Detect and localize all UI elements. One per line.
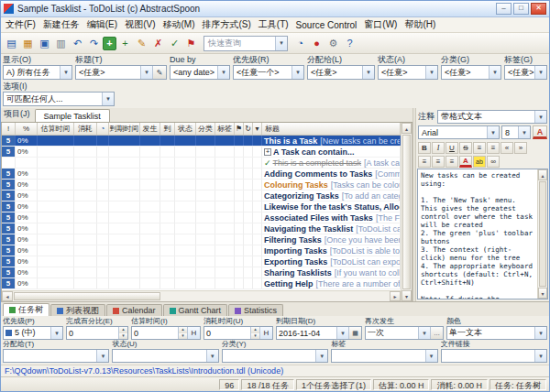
task-row[interactable]: 5 0% <box>2 267 401 278</box>
checkbox-icon[interactable]: ✓ <box>264 158 271 168</box>
maximize-button[interactable] <box>513 3 529 15</box>
menu-item[interactable]: 窗口(W) <box>360 17 401 32</box>
percent-done-stepper[interactable]: 0 <box>66 326 128 340</box>
spinner-icon[interactable] <box>118 327 127 339</box>
italic-button[interactable]: I <box>432 142 445 154</box>
save-icon[interactable]: ▣ <box>37 36 52 51</box>
status-combo[interactable] <box>112 349 218 363</box>
filter-combo[interactable]: <任意> <box>307 65 375 80</box>
filter-combo[interactable]: <任意> <box>441 65 501 80</box>
col-recurring[interactable]: ↻ <box>244 123 253 135</box>
scroll-right-icon[interactable] <box>390 291 401 301</box>
filter-combo[interactable]: <任意> <box>75 65 167 80</box>
col-status[interactable]: 状态 <box>175 123 196 135</box>
print-icon[interactable]: ▥ <box>53 36 69 51</box>
tab-statistics[interactable]: Statistics <box>228 304 283 316</box>
file-path-link[interactable]: F:\QQdown\ToDoList-v7.0.13\Resources\Tas… <box>5 366 283 376</box>
task-row[interactable]: 5 0% <box>2 169 401 180</box>
due-date-picker[interactable]: 2016-11-04 <box>276 326 362 340</box>
task-row[interactable]: 5 0% <box>2 234 401 245</box>
task-row[interactable]: 5 0% <box>2 223 401 234</box>
spent-time-stepper[interactable]: 0 H <box>204 326 273 340</box>
col-sort[interactable]: ▾ <box>253 123 262 135</box>
indent-button[interactable]: » <box>514 142 527 154</box>
spinner-icon[interactable] <box>178 327 187 339</box>
numbered-list-button[interactable]: ≡ <box>487 142 500 154</box>
edit-task-icon[interactable]: ✎ <box>134 36 149 51</box>
est-time-unit[interactable]: H <box>187 327 200 339</box>
tab-list-view[interactable]: 列表视图 <box>50 304 105 316</box>
underline-button[interactable]: U <box>446 142 458 154</box>
tab-calendar[interactable]: Calendar <box>106 304 162 316</box>
col-priority[interactable]: ! <box>2 123 16 135</box>
new-subtask-icon[interactable]: + <box>117 36 133 51</box>
bullet-list-button[interactable]: ≡ <box>473 142 486 154</box>
col-tag[interactable]: 标签 <box>215 123 235 135</box>
menu-item[interactable]: 新建任务 <box>39 17 83 32</box>
tab-gantt-chart[interactable]: Gantt Chart <box>163 304 228 316</box>
menu-item[interactable]: 文件(F) <box>2 17 39 32</box>
col-est-time[interactable]: 估算时间 <box>38 123 74 135</box>
menu-item[interactable]: 工具(T) <box>255 17 292 32</box>
calendar-icon[interactable] <box>348 327 361 339</box>
quick-search-input[interactable]: 快速查询 <box>204 36 288 51</box>
menu-item[interactable]: 编辑(E) <box>83 17 121 32</box>
close-button[interactable] <box>531 3 546 15</box>
scroll-down-icon[interactable] <box>538 288 547 299</box>
expand-icon[interactable]: + <box>264 148 271 156</box>
new-tasklist-icon[interactable]: ▤ <box>4 36 19 51</box>
align-center-button[interactable]: ≡ <box>432 156 445 168</box>
menu-item[interactable]: 排序方式(S) <box>198 17 254 32</box>
edit-filter-button[interactable] <box>152 66 166 79</box>
scroll-left-icon[interactable] <box>2 291 13 301</box>
undo-icon[interactable]: ↶ <box>70 36 85 51</box>
col-flag[interactable]: ⚑ <box>235 123 244 135</box>
highlight-button[interactable]: ab <box>473 156 486 168</box>
options-combo[interactable]: 可匹配任何人... <box>3 92 115 106</box>
col-to[interactable]: 到 <box>160 123 175 135</box>
menu-item[interactable]: 视图(V) <box>121 17 159 32</box>
col-due-date[interactable]: 到期时间 <box>109 123 140 135</box>
record-icon[interactable]: ● <box>309 36 324 51</box>
flag-task-icon[interactable]: ⚑ <box>183 36 199 51</box>
recurrence-combo[interactable]: 一次 <box>365 326 444 340</box>
scroll-up-icon[interactable] <box>402 123 412 134</box>
open-icon[interactable]: ▦ <box>20 36 36 51</box>
filter-combo[interactable]: <任意> <box>504 65 547 80</box>
menu-item[interactable]: Source Control <box>292 19 361 31</box>
task-row[interactable]: 5 0% <box>2 256 401 267</box>
redo-icon[interactable]: ↷ <box>86 36 102 51</box>
menu-item[interactable]: 帮助(H) <box>401 17 439 32</box>
complete-task-icon[interactable]: ✓ <box>167 36 182 51</box>
comment-format-combo[interactable]: 带格式文本 <box>437 110 547 124</box>
task-row[interactable]: + ✓ This is a completed task [A task can… <box>2 158 401 169</box>
scroll-down-icon[interactable] <box>402 290 412 301</box>
font-name-combo[interactable]: Arial <box>418 125 500 139</box>
col-time-track[interactable]: ◔ <box>97 123 109 135</box>
comment-text[interactable]: New tasks can be created using: 1. The '… <box>418 169 537 299</box>
scroll-up-icon[interactable] <box>538 169 547 180</box>
align-right-button[interactable]: ≡ <box>446 156 458 168</box>
filter-combo[interactable]: <any date> <box>170 65 230 80</box>
gear-icon[interactable]: ⚙ <box>325 36 341 51</box>
scrollbar-thumb[interactable] <box>539 181 546 287</box>
scrollbar-thumb[interactable] <box>402 135 411 289</box>
color-combo[interactable]: 单一文本 <box>446 326 547 340</box>
new-task-icon[interactable]: + <box>103 37 116 50</box>
menu-item[interactable]: 移动(M) <box>159 17 198 32</box>
insert-link-button[interactable]: ∞ <box>487 156 500 168</box>
task-row[interactable]: 5 0% <box>2 278 401 289</box>
filter-combo[interactable]: <任意> <box>378 65 438 80</box>
col-spent-time[interactable]: 消耗 <box>74 123 97 135</box>
recurrence-options-button[interactable] <box>430 327 443 339</box>
priority-combo[interactable]: 5 (中) <box>3 326 63 340</box>
outdent-button[interactable]: « <box>500 142 513 154</box>
scrollbar-thumb[interactable] <box>14 292 160 300</box>
task-row[interactable]: 5 0% <box>2 212 401 223</box>
task-row[interactable]: 5 0% <box>2 191 401 201</box>
task-row[interactable]: 5 0% <box>2 180 401 191</box>
task-row[interactable]: 5 0% <box>2 147 401 158</box>
col-title[interactable]: 标题 <box>262 123 401 135</box>
allocated-to-combo[interactable] <box>3 349 109 363</box>
task-row[interactable]: 5 0% <box>2 201 401 212</box>
